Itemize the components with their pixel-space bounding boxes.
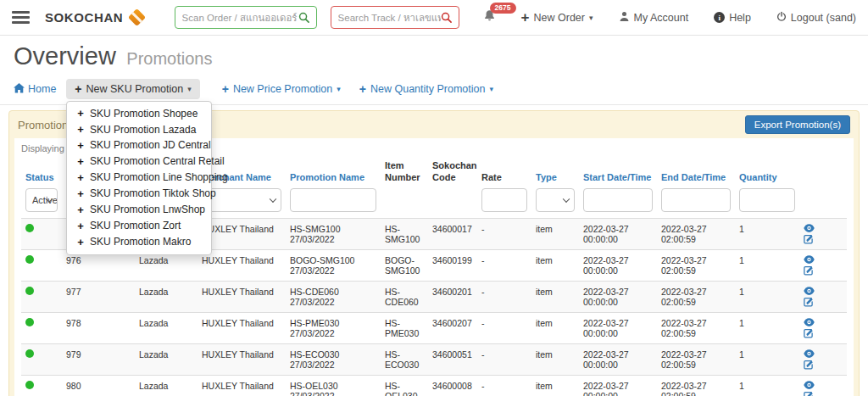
col-header-quantity[interactable]: Quantity: [735, 155, 799, 187]
new-quantity-promotion-button[interactable]: + New Quantity Promotion ▾: [359, 83, 493, 95]
notifications-bell[interactable]: 2675: [483, 9, 496, 25]
dropdown-item[interactable]: +SKU Promotion JD Central: [67, 138, 211, 154]
cell-promotion: HS-SMG100 27/03/2022: [286, 218, 381, 249]
view-icon[interactable]: [804, 224, 815, 232]
cell-merchant: HUXLEY Thailand: [198, 375, 286, 396]
cell-start: 2022-03-27 00:00:00: [579, 375, 657, 396]
view-icon[interactable]: [804, 287, 815, 295]
filter-promotion-input[interactable]: [290, 188, 376, 212]
filter-status-select[interactable]: Active: [25, 188, 58, 212]
brand-logo: SOKOCHAN: [45, 10, 143, 25]
cell-type: item: [531, 281, 579, 312]
col-header-start[interactable]: Start Date/Time: [579, 155, 657, 187]
plus-icon: +: [77, 108, 84, 120]
col-header-type[interactable]: Type: [531, 155, 579, 187]
promotion-nav: Home + New SKU Promotion ▾ +SKU Promotio…: [0, 77, 868, 105]
page-title: Overview: [14, 42, 116, 70]
scan-order-input[interactable]: [182, 13, 298, 23]
dropdown-item-label: SKU Promotion Shopee: [90, 109, 198, 120]
cell-end: 2022-03-27 02:00:59: [657, 312, 735, 343]
caret-down-icon: ▾: [337, 85, 341, 93]
cell-promotion: HS-ECO030 27/03/2022: [286, 343, 381, 375]
dropdown-item[interactable]: +SKU Promotion Makro: [67, 235, 211, 251]
filter-cell-item: [381, 187, 428, 219]
filter-quantity-input[interactable]: [739, 188, 795, 212]
table-row: 977LazadaHUXLEY ThailandHS-CDE060 27/03/…: [21, 281, 847, 312]
view-icon[interactable]: [804, 381, 815, 389]
my-account-menu[interactable]: My Account: [619, 11, 689, 25]
plus-icon: +: [77, 188, 84, 201]
cell-promotion: BOGO-SMG100 27/03/2022: [286, 249, 381, 281]
filter-end-input[interactable]: [661, 188, 731, 212]
edit-icon[interactable]: [804, 391, 814, 396]
breadcrumb-home-link[interactable]: Home: [14, 83, 56, 96]
cell-start: 2022-03-27 00:00:00: [579, 343, 657, 375]
dropdown-item[interactable]: +SKU Promotion Shopee: [67, 106, 211, 122]
cell-id: 979: [62, 343, 135, 375]
filter-start-input[interactable]: [583, 188, 653, 212]
cell-channel: Lazada: [135, 281, 198, 312]
brand-name: SOKOCHAN: [45, 10, 123, 25]
table-row: 980LazadaHUXLEY ThailandHS-OEL030 27/03/…: [21, 375, 847, 396]
cell-quantity: 1: [735, 281, 799, 312]
page-heading: Overview Promotions: [0, 36, 868, 77]
help-menu[interactable]: i Help: [714, 12, 751, 24]
dropdown-item[interactable]: +SKU Promotion Central Retail: [67, 154, 211, 170]
edit-icon[interactable]: [804, 297, 814, 307]
dropdown-item[interactable]: +SKU Promotion Line Shopping: [67, 170, 211, 187]
view-icon[interactable]: [804, 318, 815, 326]
cell-type: item: [531, 375, 579, 396]
cell-channel: Lazada: [135, 312, 198, 343]
status-dot-active: [25, 349, 34, 358]
cell-promotion: HS-PME030 27/03/2022: [286, 312, 381, 343]
dropdown-item[interactable]: +SKU Promotion LnwShop: [67, 203, 211, 219]
hamburger-menu-icon[interactable]: [12, 11, 30, 24]
dropdown-item-label: SKU Promotion Central Retail: [90, 156, 225, 168]
filter-cell-start: [579, 187, 657, 219]
sku-promotion-dropdown: +SKU Promotion Shopee+SKU Promotion Laza…: [66, 101, 212, 255]
cell-quantity: 1: [735, 218, 799, 249]
dropdown-item[interactable]: +SKU Promotion Lazada: [67, 122, 211, 138]
filter-cell-end: [657, 187, 735, 219]
dropdown-item-label: SKU Promotion Line Shopping: [90, 172, 228, 184]
cell-code: 34600017: [428, 218, 477, 249]
dropdown-item[interactable]: +SKU Promotion Tiktok Shop: [67, 187, 211, 203]
caret-down-icon: ▾: [187, 85, 192, 93]
edit-icon[interactable]: [804, 360, 814, 370]
row-actions: [804, 224, 843, 244]
panel-title: Promotions: [18, 119, 74, 131]
col-header-end[interactable]: End Date/Time: [657, 155, 735, 187]
cell-end: 2022-03-27 02:00:59: [657, 375, 735, 396]
edit-icon[interactable]: [804, 265, 814, 276]
plus-icon: +: [359, 83, 366, 95]
filter-type-select[interactable]: [536, 188, 575, 212]
export-promotions-button[interactable]: Export Promotion(s): [745, 115, 850, 134]
col-header-status[interactable]: Status: [21, 155, 62, 187]
search-track-input[interactable]: [338, 13, 441, 23]
view-icon[interactable]: [804, 349, 815, 358]
edit-icon[interactable]: [804, 328, 814, 338]
cell-type: item: [531, 312, 579, 343]
plus-icon: +: [77, 204, 84, 217]
filter-rate-input[interactable]: [481, 188, 527, 212]
edit-icon[interactable]: [804, 234, 814, 244]
new-sku-promotion-button[interactable]: + New SKU Promotion ▾ +SKU Promotion Sho…: [66, 79, 199, 99]
dropdown-item[interactable]: +SKU Promotion Zort: [67, 219, 211, 235]
info-icon: i: [714, 12, 725, 23]
dropdown-item-label: SKU Promotion JD Central: [90, 140, 211, 152]
view-icon[interactable]: [804, 255, 815, 264]
search-icon[interactable]: [441, 12, 452, 23]
dropdown-item-label: SKU Promotion Tiktok Shop: [90, 188, 216, 200]
cell-quantity: 1: [735, 375, 799, 396]
top-bar: SOKOCHAN 2675 + New Order ▾ My Account i…: [0, 0, 868, 36]
cell-item: HS-PME030: [381, 312, 428, 343]
col-header-promotion[interactable]: Promotion Name: [286, 155, 381, 187]
plus-icon: +: [77, 156, 84, 169]
cell-rate: -: [477, 375, 531, 396]
new-price-promotion-button[interactable]: + New Price Promotion ▾: [222, 83, 341, 95]
row-actions: [804, 349, 843, 370]
cell-code: 34600199: [428, 249, 477, 281]
search-icon[interactable]: [298, 12, 309, 23]
logout-menu[interactable]: Logout (sand): [776, 11, 856, 25]
new-order-menu[interactable]: + New Order ▾: [521, 10, 593, 25]
